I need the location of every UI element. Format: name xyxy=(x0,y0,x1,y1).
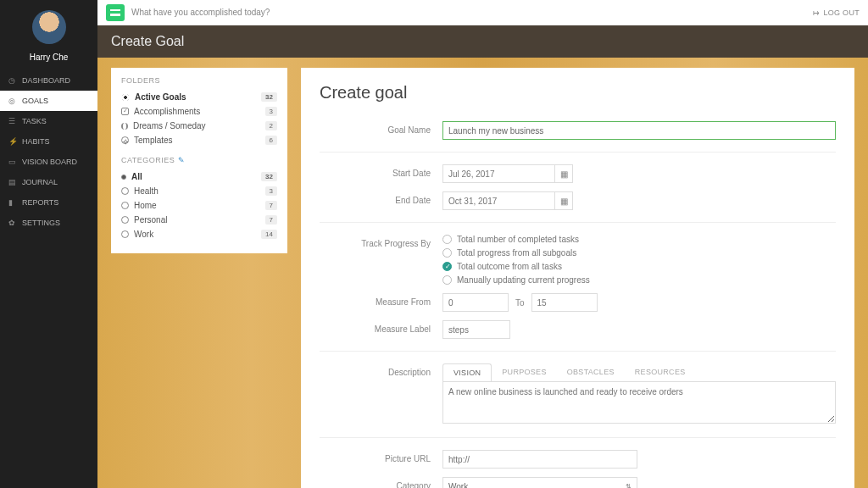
track-option-outcome[interactable]: Total outcome from all tasks xyxy=(442,262,836,271)
tab-resources[interactable]: RESOURCES xyxy=(625,363,696,382)
categories-header-row: CATEGORIES ✎ xyxy=(121,156,277,164)
measure-from-input[interactable] xyxy=(442,293,509,312)
target-icon xyxy=(121,93,130,102)
count-badge: 7 xyxy=(265,201,277,210)
logout-link[interactable]: ↦LOG OUT xyxy=(813,8,860,17)
radio-icon xyxy=(442,275,452,285)
edit-categories-icon[interactable]: ✎ xyxy=(178,156,186,164)
radio-icon xyxy=(442,248,452,258)
chevron-updown-icon: ⇅ xyxy=(626,483,632,489)
categories-header: CATEGORIES xyxy=(121,156,175,164)
track-option-subgoals[interactable]: Total progress from all subgoals xyxy=(442,248,836,258)
label-end-date: End Date xyxy=(320,191,442,205)
category-personal[interactable]: Personal 7 xyxy=(121,213,277,227)
nav-label: TASKS xyxy=(22,117,47,125)
nav-goals[interactable]: ◎GOALS xyxy=(0,91,97,111)
category-label: All xyxy=(131,172,142,181)
label-measure-from: Measure From xyxy=(320,293,442,307)
book-icon: ▤ xyxy=(8,178,17,186)
description-textarea[interactable] xyxy=(442,381,836,424)
count-badge: 7 xyxy=(265,215,277,225)
count-badge: 14 xyxy=(261,230,277,239)
tab-vision[interactable]: VISION xyxy=(442,363,492,382)
label-measure-label: Measure Label xyxy=(320,320,442,334)
page-title: Create Goal xyxy=(97,25,868,58)
track-option-completed-tasks[interactable]: Total number of completed tasks xyxy=(442,235,836,244)
nav-reports[interactable]: ▮REPORTS xyxy=(0,192,97,213)
label-goal-name: Goal Name xyxy=(320,121,442,135)
category-label: Health xyxy=(134,186,159,196)
image-icon: ▭ xyxy=(8,158,17,166)
end-date-picker-button[interactable]: ▦ xyxy=(554,191,573,210)
form-panel: Create goal Goal Name Start Date ▦ End D… xyxy=(301,68,854,488)
nav-habits[interactable]: ⚡HABITS xyxy=(0,131,97,152)
folder-accomplishments[interactable]: Accomplishments 3 xyxy=(121,104,277,119)
folder-label: Accomplishments xyxy=(134,107,200,116)
category-all[interactable]: All 32 xyxy=(121,169,277,184)
logout-icon: ↦ xyxy=(813,8,820,17)
target-icon: ◎ xyxy=(8,97,17,105)
form-title: Create goal xyxy=(320,83,836,103)
chart-icon: ▮ xyxy=(8,198,17,207)
start-date-picker-button[interactable]: ▦ xyxy=(554,164,573,183)
nav-label: GOALS xyxy=(22,97,48,105)
template-icon: ✧ xyxy=(121,136,129,144)
radio-label: Total number of completed tasks xyxy=(457,235,579,244)
end-date-input[interactable] xyxy=(442,191,554,210)
burger-icon xyxy=(110,9,120,16)
measure-to-input[interactable] xyxy=(531,293,598,312)
radio-icon xyxy=(442,235,452,244)
folder-active-goals[interactable]: Active Goals 32 xyxy=(121,90,277,104)
folder-panel: FOLDERS Active Goals 32 Accomplishments … xyxy=(111,68,287,253)
nav-tasks[interactable]: ☰TASKS xyxy=(0,111,97,131)
folder-label: Dreams / Someday xyxy=(133,121,206,130)
circle-icon xyxy=(121,202,129,209)
description-tabs: VISION PURPOSES OBSTACLES RESOURCES xyxy=(442,363,836,382)
row-track-progress: Track Progress By Total number of comple… xyxy=(320,235,836,285)
calendar-icon: ▦ xyxy=(560,197,568,206)
picture-url-input[interactable] xyxy=(442,450,637,469)
circle-icon xyxy=(121,187,129,195)
track-option-manual[interactable]: Manually updating current progress xyxy=(442,275,836,285)
topbar-left: What have you accomplished today? xyxy=(106,4,270,21)
nav-label: REPORTS xyxy=(22,198,58,207)
folders-header: FOLDERS xyxy=(121,76,277,85)
category-home[interactable]: Home 7 xyxy=(121,198,277,213)
nav-label: SETTINGS xyxy=(22,219,60,227)
row-measure-from: Measure From To xyxy=(320,293,836,312)
calendar-icon: ▦ xyxy=(560,169,568,179)
category-select[interactable]: Work ⇅ xyxy=(442,477,637,488)
circle-icon xyxy=(121,216,129,224)
label-to: To xyxy=(515,298,525,308)
radio-label: Total progress from all subgoals xyxy=(457,248,576,258)
count-badge: 3 xyxy=(265,186,277,196)
folder-dreams[interactable]: Dreams / Someday 2 xyxy=(121,119,277,133)
list-icon: ☰ xyxy=(8,117,17,125)
topbar: What have you accomplished today? ↦LOG O… xyxy=(97,0,868,25)
nav-journal[interactable]: ▤JOURNAL xyxy=(0,172,97,192)
measure-label-input[interactable] xyxy=(442,320,510,339)
nav-settings[interactable]: ✿SETTINGS xyxy=(0,213,97,233)
username[interactable]: Harry Che xyxy=(0,53,97,62)
menu-toggle[interactable] xyxy=(106,4,125,21)
count-badge: 32 xyxy=(261,92,277,102)
nav-vision-board[interactable]: ▭VISION BOARD xyxy=(0,152,97,172)
folder-label: Active Goals xyxy=(135,92,186,102)
sidebar: Harry Che ◷DASHBOARD ◎GOALS ☰TASKS ⚡HABI… xyxy=(0,0,97,488)
label-start-date: Start Date xyxy=(320,164,442,178)
goal-name-input[interactable] xyxy=(442,121,836,140)
tab-purposes[interactable]: PURPOSES xyxy=(492,363,556,382)
gauge-icon: ◷ xyxy=(8,76,17,85)
category-work[interactable]: Work 14 xyxy=(121,227,277,241)
row-category: Category Work ⇅ Convert to sub goal xyxy=(320,477,836,488)
start-date-input[interactable] xyxy=(442,164,554,183)
nav-dashboard[interactable]: ◷DASHBOARD xyxy=(0,70,97,91)
prompt-text[interactable]: What have you accomplished today? xyxy=(131,8,270,17)
avatar[interactable] xyxy=(32,10,66,44)
label-track-by: Track Progress By xyxy=(320,235,442,248)
folder-templates[interactable]: ✧Templates 6 xyxy=(121,133,277,147)
row-goal-name: Goal Name xyxy=(320,121,836,152)
tab-obstacles[interactable]: OBSTACLES xyxy=(557,363,625,382)
count-badge: 6 xyxy=(265,136,277,145)
category-health[interactable]: Health 3 xyxy=(121,184,277,198)
